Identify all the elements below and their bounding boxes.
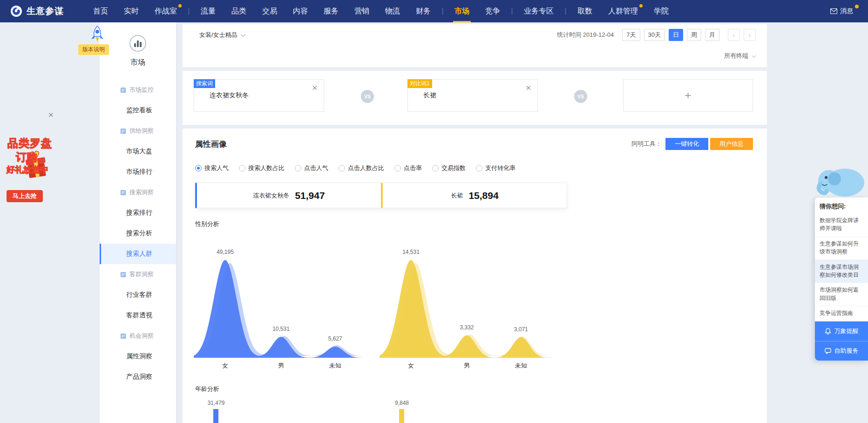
sidebar-section[interactable]: 机会洞察 — [100, 326, 176, 346]
nav-item[interactable]: 竞争 — [477, 0, 508, 22]
assistant-question[interactable]: 竞争运营指南 — [815, 306, 868, 321]
sidebar-item[interactable]: 市场排行 — [100, 162, 176, 182]
sidebar-section-label: 客群洞察 — [129, 270, 154, 279]
sidebar-item-active[interactable]: 搜索人群 — [100, 244, 176, 264]
prev-date-button[interactable]: ‹ — [728, 29, 740, 41]
category-label: 男 — [263, 362, 300, 370]
nav-item-active[interactable]: 市场 — [447, 0, 477, 22]
range-button-day[interactable]: 日 — [669, 29, 683, 41]
radio-icon — [295, 165, 301, 171]
document-icon — [120, 190, 126, 196]
metric-radio[interactable]: 点击率 — [394, 164, 422, 172]
filter-bar: 女装/女士精品 统计时间 2019-12-04 7天 30天 日 周 月 ‹ ›… — [183, 24, 767, 67]
peak-value-label: 3,332 — [444, 324, 490, 331]
sidebar-item[interactable]: 属性洞察 — [100, 346, 176, 367]
metric-label: 交易指数 — [441, 164, 466, 172]
metric-label: 支付转化率 — [485, 164, 515, 172]
sidebar: 市场 市场监控监控看板供给洞察市场大盘市场排行搜索洞察搜索排行搜索分析搜索人群客… — [100, 22, 176, 423]
action-label: 自助服务 — [834, 347, 859, 355]
nav-item[interactable]: 流量 — [193, 0, 224, 22]
sidebar-section[interactable]: 供给洞察 — [100, 121, 176, 141]
terminal-dropdown[interactable]: 所有终端 — [724, 52, 755, 60]
promo-close-icon[interactable]: ✕ — [48, 111, 54, 119]
metric-radio[interactable]: 搜索人气 — [195, 164, 229, 172]
close-icon[interactable]: ✕ — [525, 84, 531, 91]
range-button-month[interactable]: 月 — [705, 29, 719, 41]
search-keyword-tag: 搜索词 — [194, 79, 215, 88]
nav-item[interactable]: 作战室 — [147, 0, 185, 22]
messages-button[interactable]: 消息 — [830, 7, 858, 15]
nav-item[interactable]: 服务 — [316, 0, 346, 22]
promo-grab-button[interactable]: 马上去抢 — [7, 190, 43, 202]
sidebar-item[interactable]: 行业客群 — [100, 285, 176, 305]
nav-item[interactable]: 取数 — [570, 0, 600, 22]
radio-icon — [432, 165, 439, 171]
nav-item[interactable]: 人群管理 — [600, 0, 646, 22]
radio-icon — [476, 165, 482, 171]
new-badge-icon — [639, 4, 643, 7]
nav-item[interactable]: 财务 — [408, 0, 439, 22]
nav-item[interactable]: 营销 — [346, 0, 377, 22]
nav-item[interactable]: 内容 — [285, 0, 316, 22]
document-icon — [120, 272, 126, 278]
chevron-down-icon — [752, 53, 756, 58]
terminal-value: 所有终端 — [724, 52, 748, 60]
wanxiang-reminder-button[interactable]: 万象提醒 — [815, 321, 868, 341]
nav-item[interactable]: 业务专区 — [516, 0, 562, 22]
sidebar-item[interactable]: 搜索排行 — [100, 203, 176, 223]
metric-label: 点击率 — [404, 164, 422, 172]
self-service-button[interactable]: 自助服务 — [815, 341, 868, 361]
metric-radio[interactable]: 点击人数占比 — [339, 164, 384, 172]
vs-badge: VS — [574, 90, 587, 103]
category-label: 未知 — [317, 362, 354, 370]
add-keyword-button[interactable]: + — [623, 79, 753, 112]
chevron-down-icon — [241, 32, 245, 37]
metric-radio[interactable]: 交易指数 — [432, 164, 466, 172]
range-button-7d[interactable]: 7天 — [622, 29, 640, 41]
sidebar-item[interactable]: 监控看板 — [100, 100, 176, 121]
assistant-question[interactable]: 生意参谋如何升级市场洞察 — [815, 237, 868, 260]
sidebar-section[interactable]: 客群洞察 — [100, 264, 176, 285]
one-click-convert-button[interactable]: 一键转化 — [665, 138, 708, 150]
summary-cell-compare-word: 长裙 15,894 — [381, 183, 567, 208]
sidebar-section[interactable]: 市场监控 — [100, 80, 176, 100]
nav-item[interactable]: 学院 — [646, 0, 677, 22]
bell-icon — [825, 328, 831, 334]
sidebar-item[interactable]: 市场大盘 — [100, 141, 176, 162]
compare-keyword-card[interactable]: 对比词1 长裙 ✕ — [407, 79, 538, 112]
next-date-button[interactable]: › — [744, 29, 756, 41]
document-icon — [120, 87, 126, 93]
assistant-question[interactable]: 生意参谋市场洞察如何修改类目 — [815, 260, 868, 283]
nav-item[interactable]: 交易 — [254, 0, 285, 22]
age-value-label: 31,479 — [194, 400, 238, 406]
app-logo[interactable]: 生意参谋 — [10, 5, 64, 17]
assistant-actions: 万象提醒 自助服务 — [815, 321, 868, 361]
gender-analysis-charts: 49,195女10,531男5,627未知14,531女3,332男3,071未… — [183, 246, 767, 377]
metric-radio[interactable]: 支付转化率 — [476, 164, 515, 172]
sidebar-item[interactable]: 产品洞察 — [100, 367, 176, 387]
category-dropdown[interactable]: 女装/女士精品 — [199, 31, 244, 39]
elephant-mascot-icon[interactable] — [816, 163, 867, 199]
sidebar-item[interactable]: 搜索分析 — [100, 223, 176, 244]
metric-radio[interactable]: 点击人气 — [295, 164, 328, 172]
metric-label: 搜索人气 — [204, 164, 229, 172]
assistant-question[interactable]: 数据学院金牌讲师开课啦 — [815, 213, 868, 237]
nav-item[interactable]: 品类 — [224, 0, 254, 22]
search-keyword-card[interactable]: 搜索词 连衣裙女秋冬 ✕ — [194, 79, 324, 112]
nav-item[interactable]: 物流 — [377, 0, 408, 22]
user-info-button[interactable]: 用户信息 — [710, 138, 753, 150]
nav-item[interactable]: 实时 — [116, 0, 147, 22]
assistant-panel: 猜你想问: 数据学院金牌讲师开课啦生意参谋如何升级市场洞察生意参谋市场洞察如何修… — [815, 198, 868, 361]
range-button-week[interactable]: 周 — [687, 29, 701, 41]
sidebar-section[interactable]: 搜索洞察 — [100, 182, 176, 203]
sidebar-item[interactable]: 客群透视 — [100, 305, 176, 326]
range-button-30d[interactable]: 30天 — [644, 29, 665, 41]
sidebar-section-label: 机会洞察 — [129, 332, 154, 340]
category-value: 女装/女士精品 — [199, 31, 237, 39]
nav-item[interactable]: 首页 — [85, 0, 116, 22]
close-icon[interactable]: ✕ — [312, 84, 318, 91]
age-bar — [213, 409, 218, 423]
top-navigation: 生意参谋 首页实时作战室流量品类交易内容服务营销物流财务市场竞争业务专区取数人群… — [0, 0, 868, 22]
assistant-question[interactable]: 市场洞察如何返回旧版 — [815, 283, 868, 306]
metric-radio[interactable]: 搜索人数占比 — [239, 164, 285, 172]
